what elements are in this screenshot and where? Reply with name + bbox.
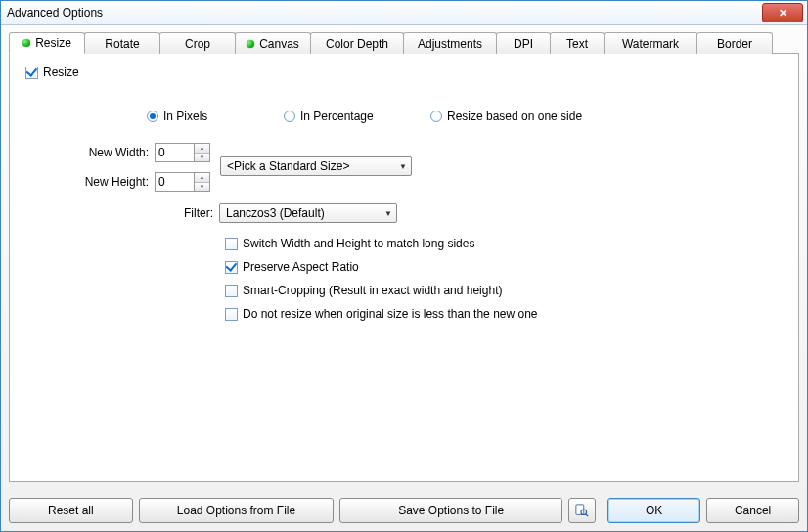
new-height-input[interactable]: ▲ ▼ — [155, 172, 210, 192]
mode-percent-radio[interactable]: In Percentage — [284, 110, 430, 123]
opt-noshrink-label: Do not resize when original size is less… — [243, 307, 538, 321]
svg-line-2 — [586, 514, 588, 516]
opt-switch-label: Switch Width and Height to match long si… — [243, 237, 474, 250]
spinner-up-icon[interactable]: ▲ — [195, 173, 209, 182]
tab-label: Canvas — [259, 37, 299, 51]
tab-bar: ResizeRotateCropCanvasColor DepthAdjustm… — [9, 31, 799, 54]
tab-text[interactable]: Text — [550, 32, 605, 54]
spinner-up-icon[interactable]: ▲ — [195, 144, 209, 153]
tab-canvas[interactable]: Canvas — [235, 32, 311, 54]
reset-all-button[interactable]: Reset all — [9, 498, 133, 523]
radio-icon — [430, 111, 442, 122]
close-icon: ✕ — [779, 8, 787, 19]
opt-noshrink-checkbox[interactable]: Do not resize when original size is less… — [225, 307, 788, 321]
radio-icon — [284, 111, 295, 122]
opt-aspect-checkbox[interactable]: Preserve Aspect Ratio — [225, 260, 788, 274]
standard-size-text: <Pick a Standard Size> — [221, 159, 395, 173]
magnifier-icon — [575, 504, 589, 517]
cancel-button[interactable]: Cancel — [706, 498, 799, 523]
checkbox-icon — [25, 66, 38, 79]
resize-options: Switch Width and Height to match long si… — [225, 237, 788, 321]
checkbox-icon — [225, 238, 238, 250]
mode-oneside-label: Resize based on one side — [447, 110, 582, 123]
filter-label: Filter: — [179, 206, 213, 220]
opt-smart-label: Smart-Cropping (Result in exact width an… — [243, 284, 502, 297]
save-options-button[interactable]: Save Options to File — [339, 498, 562, 523]
tab-dpi[interactable]: DPI — [496, 32, 551, 54]
tab-label: Color Depth — [326, 37, 388, 51]
new-width-label: New Width: — [80, 146, 149, 159]
tab-label: Rotate — [105, 37, 139, 51]
checkbox-icon — [225, 261, 238, 274]
active-dot-icon — [247, 40, 254, 48]
button-bar: Reset all Load Options from File Save Op… — [1, 490, 807, 531]
mode-pixels-label: In Pixels — [163, 110, 207, 123]
width-spinner[interactable]: ▲ ▼ — [194, 143, 210, 162]
titlebar: Advanced Options ✕ — [1, 1, 807, 25]
load-options-button[interactable]: Load Options from File — [139, 498, 335, 523]
ok-button[interactable]: OK — [607, 498, 700, 523]
new-width-field[interactable] — [155, 143, 194, 162]
mode-percent-label: In Percentage — [300, 110, 374, 123]
tab-label: Crop — [185, 37, 210, 51]
resize-enable-label: Resize — [43, 66, 79, 79]
height-spinner[interactable]: ▲ ▼ — [194, 172, 210, 192]
tab-label: Resize — [35, 36, 71, 50]
preview-button[interactable] — [568, 498, 596, 523]
advanced-options-window: Advanced Options ✕ ResizeRotateCropCanva… — [0, 0, 808, 532]
tab-label: Watermark — [622, 37, 679, 51]
tab-rotate[interactable]: Rotate — [84, 32, 160, 54]
active-dot-icon — [22, 39, 30, 47]
tab-label: DPI — [514, 37, 533, 51]
chevron-down-icon: ▼ — [395, 162, 411, 171]
content-area: ResizeRotateCropCanvasColor DepthAdjustm… — [1, 25, 807, 490]
tab-watermark[interactable]: Watermark — [604, 32, 697, 54]
tab-color-depth[interactable]: Color Depth — [310, 32, 404, 54]
mode-oneside-radio[interactable]: Resize based on one side — [430, 110, 582, 123]
tab-resize[interactable]: Resize — [9, 32, 85, 54]
resize-enable-checkbox[interactable]: Resize — [25, 66, 79, 79]
opt-switch-checkbox[interactable]: Switch Width and Height to match long si… — [225, 237, 788, 250]
tab-border[interactable]: Border — [696, 32, 773, 54]
filter-value-text: Lanczos3 (Default) — [220, 206, 381, 220]
tab-label: Text — [566, 37, 588, 51]
resize-panel: Resize In Pixels In Percentage Resize ba… — [9, 54, 799, 482]
tab-label: Adjustments — [418, 37, 482, 51]
tab-adjustments[interactable]: Adjustments — [403, 32, 497, 54]
tab-label: Border — [717, 37, 752, 51]
mode-pixels-radio[interactable]: In Pixels — [147, 110, 284, 123]
filter-combo[interactable]: Lanczos3 (Default) ▼ — [219, 203, 397, 223]
tab-crop[interactable]: Crop — [159, 32, 236, 54]
radio-icon — [147, 111, 158, 122]
close-button[interactable]: ✕ — [762, 3, 803, 22]
chevron-down-icon: ▼ — [381, 209, 396, 218]
opt-smart-checkbox[interactable]: Smart-Cropping (Result in exact width an… — [225, 284, 788, 297]
window-title: Advanced Options — [7, 6, 762, 20]
new-height-field[interactable] — [155, 172, 194, 192]
new-height-label: New Height: — [80, 175, 149, 189]
standard-size-combo[interactable]: <Pick a Standard Size> ▼ — [220, 156, 412, 176]
spinner-down-icon[interactable]: ▼ — [195, 153, 209, 162]
checkbox-icon — [225, 308, 238, 321]
opt-aspect-label: Preserve Aspect Ratio — [243, 260, 359, 274]
new-width-input[interactable]: ▲ ▼ — [155, 143, 210, 162]
spinner-down-icon[interactable]: ▼ — [195, 182, 209, 192]
checkbox-icon — [225, 285, 238, 297]
